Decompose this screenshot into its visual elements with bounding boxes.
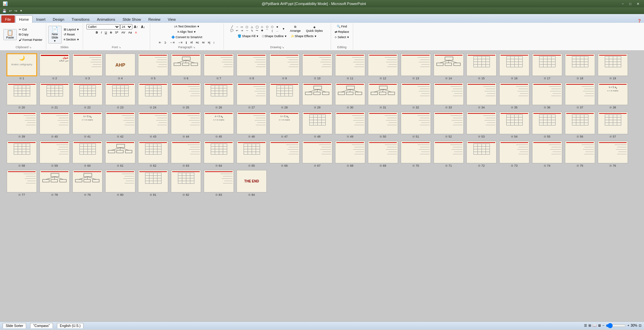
font-expand-icon[interactable]: ↘ [119, 46, 121, 49]
copy-button[interactable]: ⧉ Copy [17, 32, 44, 37]
shape-arc[interactable]: ⌒ [265, 29, 269, 32]
slide-item-21[interactable]: ▤ 21 [40, 83, 70, 109]
tab-review[interactable]: Review [145, 15, 164, 23]
zoom-slider[interactable] [606, 324, 626, 327]
presenter-view-icon[interactable]: 🖥 [598, 324, 601, 327]
slide-item-42[interactable]: ────────────────────────────────────────… [105, 112, 135, 138]
qat-redo-button[interactable]: ↪ [13, 9, 18, 13]
shape-fill-button[interactable]: 🪣 Shape Fill ▼ [236, 34, 260, 38]
slide-item-14[interactable]: ▤ 14 [434, 54, 464, 80]
shape-curved-arrow[interactable]: ↩ [235, 29, 239, 32]
indent-inc-button[interactable]: →≡ [176, 40, 184, 45]
slide-item-45[interactable]: λ = Σ aij n × m matrix▤ 45 [204, 112, 234, 138]
slide-item-7[interactable]: ────────────────────────────────────────… [204, 54, 234, 80]
shape-plus[interactable]: ✚ [260, 29, 264, 32]
slide-item-50[interactable]: ────────────────────────────────────────… [368, 112, 398, 138]
numbering-button[interactable]: 1· [163, 40, 169, 45]
slide-item-47[interactable]: λ = Σ aij n × m matrix▤ 47 [269, 112, 300, 138]
zoom-out-button[interactable]: − [602, 324, 604, 327]
slide-item-80[interactable]: ────────────────────────────────────────… [105, 170, 135, 196]
slide-item-49[interactable]: ────────────────────────────────────────… [335, 112, 365, 138]
slide-item-16[interactable]: ▤ 16 [499, 54, 529, 80]
slide-item-68[interactable]: ────────────────────────────────────────… [335, 141, 365, 167]
slide-item-59[interactable]: ────────────────────────────────────────… [40, 141, 70, 167]
slide-item-10[interactable]: ────────────────────────────────────────… [302, 54, 332, 80]
bullets-button[interactable]: ≡· [157, 40, 163, 45]
quick-styles-button[interactable]: ◈ Quick Styles [304, 24, 324, 33]
slide-item-48[interactable]: ▤ 48 [302, 112, 332, 138]
slide-item-51[interactable]: ────────────────────────────────────────… [401, 112, 431, 138]
slide-item-33[interactable]: ────────────────────────────────────────… [434, 83, 464, 109]
slide-sorter-area[interactable]: 🌙Arabic calligraphy▤ 1عنوانمتن اسلاید▤ 2… [0, 50, 644, 321]
slide-item-37[interactable]: ────────────────────────────────────────… [565, 83, 595, 109]
underline-button[interactable]: U [104, 30, 109, 35]
new-slide-dropdown[interactable]: ▼ [54, 39, 56, 43]
change-case-button[interactable]: Aa [127, 30, 133, 35]
shape-outline-button[interactable]: □ Shape Outline ▼ [261, 34, 288, 38]
slide-item-35[interactable]: ────────────────────────────────────────… [499, 83, 529, 109]
shape-arrow[interactable]: → [235, 25, 239, 29]
shape-wave[interactable]: 〜 [255, 29, 259, 32]
slide-item-4[interactable]: AHP▤ 4 [105, 54, 135, 80]
qat-customize-button[interactable]: ▼ [19, 9, 23, 13]
slide-item-18[interactable]: ▤ 18 [565, 54, 595, 80]
slide-item-74[interactable]: ────────────────────────────────────────… [532, 141, 562, 167]
para-expand-icon[interactable]: ↘ [193, 46, 195, 49]
paste-button[interactable]: 📋 Paste [3, 29, 17, 40]
font-family-select[interactable]: Calibri [86, 24, 120, 29]
slide-sorter-tab[interactable]: Slide Sorter [3, 323, 26, 328]
tab-view[interactable]: View [164, 15, 180, 23]
slide-item-2[interactable]: عنوانمتن اسلاید▤ 2 [40, 54, 70, 80]
slide-item-62[interactable]: ▤ 62 [138, 141, 168, 167]
slide-item-5[interactable]: ────────────────────────────────────────… [138, 54, 168, 80]
justify-button[interactable]: ≡j [206, 40, 211, 45]
normal-view-icon[interactable]: ☰ [584, 324, 587, 327]
slide-item-52[interactable]: ────────────────────────────────────────… [434, 112, 464, 138]
col-button[interactable]: ⫿ [184, 40, 189, 45]
slide-item-41[interactable]: λ = Σ aij n × m matrix▤ 41 [72, 112, 103, 138]
slide-item-78[interactable]: ▤ 78 [40, 170, 70, 196]
cut-button[interactable]: ✂ Cut [17, 27, 44, 32]
shape-rect[interactable]: ▭ [240, 25, 244, 29]
tab-slideshow[interactable]: Slide Show [119, 15, 145, 23]
slide-item-83[interactable]: ────────────────────────────────────────… [204, 170, 234, 196]
slide-item-63[interactable]: ────────────────────────────────────────… [171, 141, 201, 167]
slide-item-15[interactable]: ▤ 15 [466, 54, 497, 80]
indent-dec-button[interactable]: ←≡ [169, 40, 176, 45]
slide-item-54[interactable]: ▤ 54 [499, 112, 529, 138]
align-text-button[interactable]: ≡ Align Text ▼ [176, 29, 197, 34]
tab-file[interactable]: File [1, 15, 15, 23]
slide-item-40[interactable]: ────────────────────────────────────────… [40, 112, 70, 138]
slide-item-43[interactable]: ────────────────────────────────────────… [138, 112, 168, 138]
maximize-button[interactable]: □ [627, 2, 633, 6]
slide-item-8[interactable]: ────────────────────────────────────────… [237, 54, 267, 80]
shape-brace[interactable]: { [270, 29, 274, 32]
qat-save-button[interactable]: 💾 [1, 9, 7, 13]
shape-hexagon[interactable]: ⬡ [270, 25, 274, 29]
strikethrough-button[interactable]: S [109, 30, 113, 35]
increase-font-button[interactable]: A↑ [133, 24, 139, 29]
slide-item-25[interactable]: ────────────────────────────────────────… [171, 83, 201, 109]
slide-item-72[interactable]: ▤ 72 [466, 141, 497, 167]
slide-item-23[interactable]: ▤ 23 [105, 83, 135, 109]
shape-more[interactable]: … [275, 29, 279, 32]
slide-item-34[interactable]: ────────────────────────────────────────… [466, 83, 497, 109]
slide-item-1[interactable]: 🌙Arabic calligraphy▤ 1 [7, 54, 37, 80]
shape-line[interactable]: ╱ [230, 25, 234, 29]
slide-item-22[interactable]: ▤ 22 [72, 83, 103, 109]
slide-item-64[interactable]: ▤ 64 [204, 141, 234, 167]
slide-item-56[interactable]: ▤ 56 [565, 112, 595, 138]
slide-item-6[interactable]: ▤ 6 [171, 54, 201, 80]
shape-pentagon[interactable]: ⬠ [265, 25, 269, 29]
slide-item-79[interactable]: ▤ 79 [72, 170, 103, 196]
new-slide-button[interactable]: 📄 New Slide ▼ [48, 26, 62, 44]
slide-item-30[interactable]: ▤ 30 [335, 83, 365, 109]
compass-tab[interactable]: "Compass" [30, 323, 53, 328]
slide-item-24[interactable]: ▤ 24 [138, 83, 168, 109]
slide-item-77[interactable]: ────────────────────────────────────────… [7, 170, 37, 196]
shapes-dropdown[interactable]: ▼ [281, 27, 286, 31]
shape-star[interactable]: ★ [275, 25, 279, 29]
bold-button[interactable]: B [94, 30, 100, 35]
slide-item-27[interactable]: ────────────────────────────────────────… [237, 83, 267, 109]
slide-item-20[interactable]: ▤ 20 [7, 83, 37, 109]
